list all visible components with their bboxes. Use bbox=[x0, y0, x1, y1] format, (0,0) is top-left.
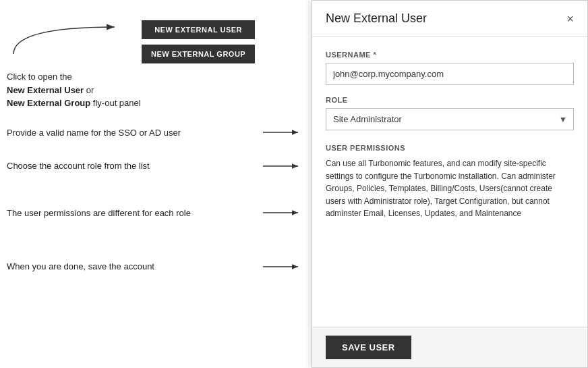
instruction-permissions-text: The user permissions are different for e… bbox=[7, 207, 263, 220]
new-external-group-button[interactable]: NEW EXTERNAL GROUP bbox=[142, 45, 255, 63]
instruction-permissions: The user permissions are different for e… bbox=[7, 207, 303, 220]
role-select[interactable]: Site Administrator Administrator Observe… bbox=[326, 108, 574, 130]
instruction-role: Choose the account role from the list bbox=[7, 159, 303, 173]
role-field-group: ROLE Site Administrator Administrator Ob… bbox=[326, 96, 574, 130]
flyout-panel: New External User × USERNAME * ROLE Site… bbox=[312, 0, 588, 368]
arrow-role bbox=[263, 162, 303, 170]
panel-body: USERNAME * ROLE Site Administrator Admin… bbox=[312, 37, 587, 327]
arrow-permissions bbox=[263, 209, 303, 217]
username-input[interactable] bbox=[326, 63, 574, 85]
instructions-list: Provide a valid name for the SSO or AD u… bbox=[7, 126, 303, 273]
demo-buttons: NEW EXTERNAL USER NEW EXTERNAL GROUP bbox=[142, 20, 255, 63]
username-label: USERNAME * bbox=[326, 51, 574, 59]
intro-block: Click to open the New External User or N… bbox=[7, 70, 303, 110]
instruction-save-text: When you are done, save the account bbox=[7, 260, 263, 273]
left-panel: NEW EXTERNAL USER NEW EXTERNAL GROUP Cli… bbox=[0, 0, 317, 368]
instruction-save: When you are done, save the account bbox=[7, 260, 303, 273]
permissions-label: USER PERMISSIONS bbox=[326, 144, 574, 152]
permissions-section: USER PERMISSIONS Can use all Turbonomic … bbox=[326, 144, 574, 220]
panel-title: New External User bbox=[326, 11, 427, 26]
username-field-group: USERNAME * bbox=[326, 51, 574, 96]
instruction-role-text: Choose the account role from the list bbox=[7, 159, 263, 173]
intro-bold1: New External User bbox=[7, 85, 84, 95]
panel-footer: SAVE USER bbox=[312, 327, 587, 367]
close-button[interactable]: × bbox=[566, 13, 574, 25]
instruction-sso: Provide a valid name for the SSO or AD u… bbox=[7, 126, 303, 140]
instruction-sso-text: Provide a valid name for the SSO or AD u… bbox=[7, 126, 263, 140]
permissions-text: Can use all Turbonomic features, and can… bbox=[326, 157, 574, 220]
arrow-sso bbox=[263, 128, 303, 136]
arrow-save bbox=[263, 263, 303, 271]
intro-text: Click to open the New External User or N… bbox=[7, 72, 141, 108]
panel-header: New External User × bbox=[312, 1, 587, 37]
arrow-area: NEW EXTERNAL USER NEW EXTERNAL GROUP bbox=[7, 20, 303, 63]
new-external-user-button[interactable]: NEW EXTERNAL USER bbox=[142, 20, 255, 39]
save-user-button[interactable]: SAVE USER bbox=[326, 336, 411, 359]
top-arrow bbox=[7, 20, 142, 61]
role-select-wrapper: Site Administrator Administrator Observe… bbox=[326, 108, 574, 130]
role-label: ROLE bbox=[326, 96, 574, 104]
intro-bold2: New External Group bbox=[7, 98, 90, 108]
